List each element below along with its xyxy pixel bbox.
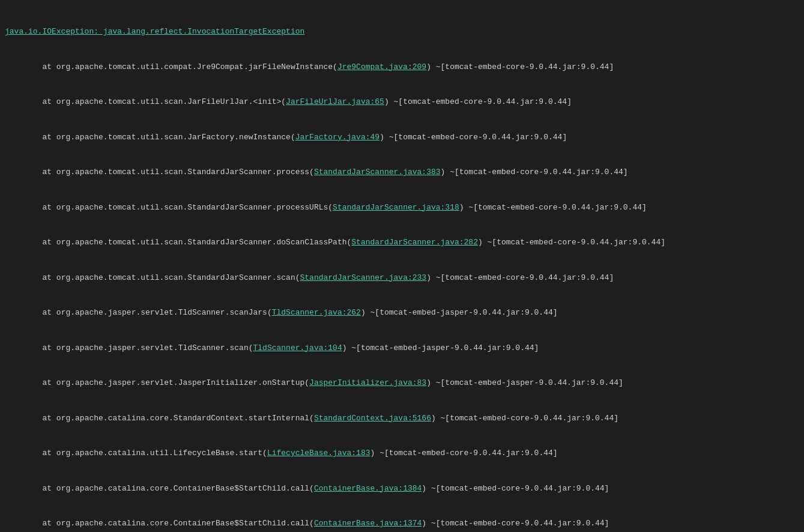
link-9[interactable]: TldScanner.java:104 <box>253 343 342 352</box>
stack-line-5: at org.apache.tomcat.util.scan.StandardJ… <box>5 202 799 214</box>
link-5[interactable]: StandardJarScanner.java:318 <box>333 203 459 212</box>
io-exception-link[interactable]: java.io.IOException: java.lang.reflect.I… <box>5 27 304 36</box>
link-7[interactable]: StandardJarScanner.java:233 <box>300 273 427 282</box>
stack-line-12: at org.apache.catalina.util.LifecycleBas… <box>5 447 799 459</box>
link-1[interactable]: Jre9Compat.java:209 <box>337 62 426 71</box>
link-12[interactable]: LifecycleBase.java:183 <box>267 449 370 458</box>
link-8[interactable]: TldScanner.java:262 <box>272 308 361 317</box>
link-11[interactable]: StandardContext.java:5166 <box>314 414 431 423</box>
stack-line-7: at org.apache.tomcat.util.scan.StandardJ… <box>5 272 799 284</box>
stack-line-9: at org.apache.jasper.servlet.TldScanner.… <box>5 342 799 354</box>
log-container: java.io.IOException: java.lang.reflect.I… <box>5 2 799 532</box>
stack-line-13: at org.apache.catalina.core.ContainerBas… <box>5 483 799 495</box>
stack-line-14: at org.apache.catalina.core.ContainerBas… <box>5 518 799 530</box>
stack-line-4: at org.apache.tomcat.util.scan.StandardJ… <box>5 166 799 178</box>
link-2[interactable]: JarFileUrlJar.java:65 <box>286 97 384 106</box>
stack-line-6: at org.apache.tomcat.util.scan.StandardJ… <box>5 237 799 249</box>
stack-line-2: at org.apache.tomcat.util.scan.JarFileUr… <box>5 96 799 108</box>
stack-line-8: at org.apache.jasper.servlet.TldScanner.… <box>5 307 799 319</box>
stack-line-10: at org.apache.jasper.servlet.JasperIniti… <box>5 377 799 389</box>
link-10[interactable]: JasperInitializer.java:83 <box>309 378 426 387</box>
link-3[interactable]: JarFactory.java:49 <box>295 133 379 142</box>
stack-line-1: at org.apache.tomcat.util.compat.Jre9Com… <box>5 61 799 73</box>
exception-header-line: java.io.IOException: java.lang.reflect.I… <box>5 26 799 38</box>
link-6[interactable]: StandardJarScanner.java:282 <box>351 238 478 247</box>
stack-line-11: at org.apache.catalina.core.StandardCont… <box>5 413 799 425</box>
stack-line-3: at org.apache.tomcat.util.scan.JarFactor… <box>5 131 799 144</box>
link-4[interactable]: StandardJarScanner.java:383 <box>314 168 441 177</box>
link-13[interactable]: ContainerBase.java:1384 <box>314 484 422 493</box>
link-14[interactable]: ContainerBase.java:1374 <box>314 519 422 528</box>
